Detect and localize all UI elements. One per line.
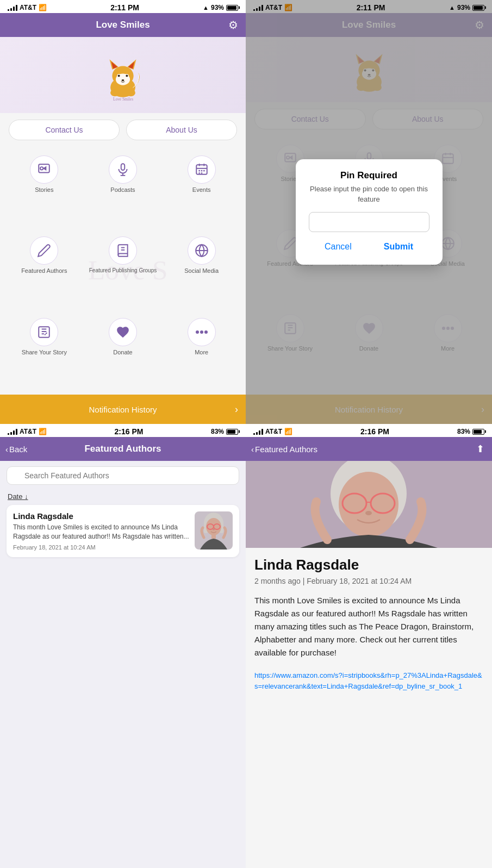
notification-bar-1[interactable]: Notification History › <box>0 395 246 424</box>
pin-modal: Pin Required Please input the pin code t… <box>296 159 443 264</box>
menu-grid-1: Love Smiles Stories <box>0 147 246 395</box>
menu-item-podcasts[interactable]: Podcasts <box>85 150 161 228</box>
contact-us-button[interactable]: Contact Us <box>9 120 120 140</box>
modal-submit-button[interactable]: Submit <box>373 240 424 254</box>
status-bar-3: AT&T 📶 2:16 PM 83% <box>0 424 246 437</box>
back-label-list: Back <box>9 445 27 454</box>
social-label: Social Media <box>184 267 219 274</box>
status-right-3: 83% <box>211 428 238 435</box>
svg-point-36 <box>196 330 199 334</box>
app-header-1: Love Smiles ⚙ <box>0 13 246 37</box>
menu-item-more[interactable]: More <box>164 313 239 390</box>
back-button-list[interactable]: ‹ Back <box>5 445 27 454</box>
menu-item-donate[interactable]: Donate <box>85 313 161 390</box>
author-card-linda[interactable]: Linda Ragsdale This month Love Smiles is… <box>7 505 239 557</box>
svg-text:Love Smiles: Love Smiles <box>113 97 133 102</box>
hero-area-1: Love Smiles <box>0 37 246 113</box>
app-header-list: ‹ Back Featured Authors <box>0 437 246 461</box>
svg-point-12 <box>110 89 119 96</box>
signal-icon-3 <box>8 428 17 435</box>
status-bar-4: AT&T 📶 2:16 PM 83% <box>246 424 492 437</box>
svg-point-13 <box>127 89 135 96</box>
author-card-text-linda: Linda Ragsdale This month Love Smiles is… <box>13 511 189 551</box>
svg-point-11 <box>122 79 124 81</box>
author-card-name-linda: Linda Ragsdale <box>13 511 189 521</box>
events-label: Events <box>192 186 211 193</box>
menu-item-publishing[interactable]: Featured Publishing Groups <box>85 231 161 309</box>
back-button-detail[interactable]: ‹ Featured Authors <box>251 445 317 454</box>
battery-label-4: 83% <box>457 428 470 435</box>
svg-point-81 <box>339 472 398 537</box>
featured-authors-label: Featured Authors <box>21 267 67 274</box>
share-story-label: Share Your Story <box>22 349 67 356</box>
author-detail-body-text: This month Love Smiles is excited to ann… <box>254 594 483 659</box>
status-left-3: AT&T 📶 <box>8 428 47 435</box>
events-icon <box>188 155 216 184</box>
wifi-icon-1: 📶 <box>39 4 47 11</box>
location-icon-1: ▲ <box>203 4 209 11</box>
podcasts-icon <box>109 155 137 184</box>
author-detail-body: Linda Ragsdale 2 months ago | February 1… <box>246 548 492 868</box>
modal-button-row: Cancel Submit <box>309 240 429 254</box>
menu-item-events[interactable]: Events <box>164 150 239 228</box>
author-card-desc-linda: This month Love Smiles is excited to ann… <box>13 523 189 541</box>
carrier-4: AT&T <box>265 428 282 435</box>
author-hero-image <box>246 461 492 548</box>
menu-item-share-story[interactable]: Share Your Story <box>7 313 82 390</box>
author-photo-svg-linda <box>195 511 233 549</box>
app-title-1: Love Smiles <box>96 20 150 30</box>
svg-point-37 <box>200 330 203 334</box>
author-thumb-linda <box>195 511 233 549</box>
svg-point-38 <box>204 330 208 334</box>
pin-input[interactable] <box>309 212 429 232</box>
time-1: 2:11 PM <box>110 3 139 12</box>
notification-chevron-1: › <box>235 404 238 415</box>
publishing-icon <box>109 236 137 265</box>
social-icon <box>188 236 216 265</box>
time-3: 2:16 PM <box>115 427 144 436</box>
svg-rect-19 <box>121 164 125 170</box>
wifi-icon-4: 📶 <box>284 428 292 435</box>
search-wrap: 🔍 <box>7 466 239 485</box>
app-header-detail: ‹ Featured Authors ⬆ <box>246 437 492 461</box>
svg-point-10 <box>126 75 128 77</box>
svg-point-9 <box>118 75 120 77</box>
about-us-button[interactable]: About Us <box>126 120 237 140</box>
menu-item-social[interactable]: Social Media <box>164 231 239 309</box>
signal-icon-4 <box>253 428 263 435</box>
podcasts-label: Podcasts <box>110 186 135 193</box>
status-left-4: AT&T 📶 <box>253 428 292 435</box>
list-header-title: Featured Authors <box>84 444 161 454</box>
sort-label[interactable]: Date ↓ <box>0 490 246 505</box>
fox-logo-1: Love Smiles <box>98 53 147 102</box>
svg-point-77 <box>213 529 215 530</box>
featured-authors-icon <box>30 236 58 265</box>
battery-label-1: 93% <box>211 4 224 11</box>
share-button-detail[interactable]: ⬆ <box>476 443 484 455</box>
modal-subtitle: Please input the pin code to open this f… <box>309 184 429 204</box>
modal-title: Pin Required <box>309 170 429 181</box>
menu-item-featured-authors[interactable]: Featured Authors <box>7 231 82 309</box>
panel-author-detail: AT&T 📶 2:16 PM 83% ‹ Featured Authors ⬆ <box>246 424 492 868</box>
author-detail-link[interactable]: https://www.amazon.com/s?i=stripbooks&rh… <box>254 670 483 691</box>
battery-icon-3 <box>226 429 238 435</box>
menu-item-stories[interactable]: Stories <box>7 150 82 228</box>
battery-label-3: 83% <box>211 428 224 435</box>
search-input[interactable] <box>7 466 239 485</box>
donate-label: Donate <box>113 349 132 356</box>
settings-icon-1[interactable]: ⚙ <box>228 18 238 32</box>
more-icon <box>188 318 216 346</box>
search-bar-wrap: 🔍 <box>0 461 246 490</box>
stories-label: Stories <box>35 186 53 193</box>
battery-icon-4 <box>472 429 484 435</box>
panel-featured-authors-list: AT&T 📶 2:16 PM 83% ‹ Back Featured Autho… <box>0 424 246 868</box>
status-right-1: ▲ 93% <box>203 4 238 11</box>
signal-icon-1 <box>8 4 17 11</box>
publishing-label: Featured Publishing Groups <box>89 267 157 274</box>
modal-overlay: Pin Required Please input the pin code t… <box>246 0 492 424</box>
modal-cancel-button[interactable]: Cancel <box>314 240 363 254</box>
status-bar-1: AT&T 📶 2:11 PM ▲ 93% <box>0 0 246 13</box>
status-right-4: 83% <box>457 428 484 435</box>
svg-rect-78 <box>211 535 216 539</box>
donate-icon <box>109 318 137 346</box>
